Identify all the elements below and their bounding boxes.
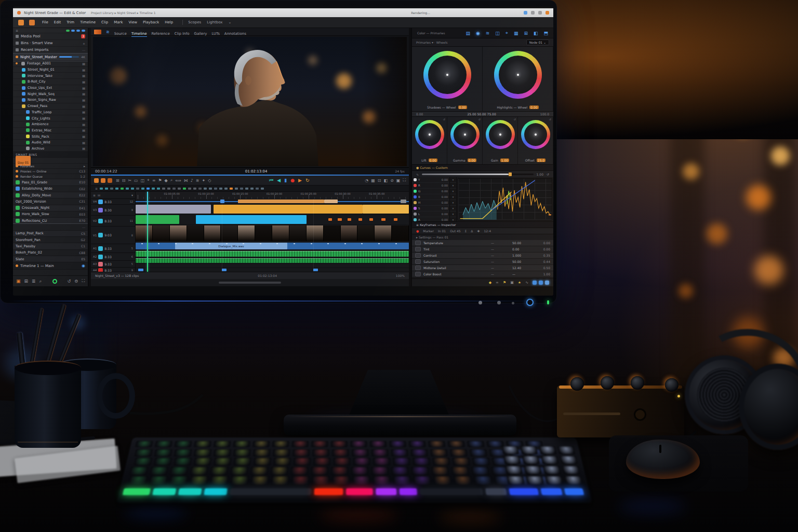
keyboard-light-bar [400, 488, 417, 495]
keyboard-key [332, 449, 349, 457]
pen-cup [15, 366, 81, 448]
keyboard-key [353, 458, 370, 466]
keyboard-key [134, 458, 152, 466]
keyboard-key [253, 449, 271, 457]
keyboard-key [149, 476, 168, 485]
rgb-keyboard [116, 437, 592, 503]
keyboard-key [291, 476, 309, 485]
keyboard-key [233, 458, 251, 466]
keyboard-key [233, 441, 250, 447]
keyboard-key [273, 449, 290, 457]
keyboard-key [331, 441, 348, 447]
numpad-key [562, 466, 580, 474]
keyboard-key [312, 476, 330, 485]
keyboard-key [170, 467, 189, 475]
keyboard-key [486, 441, 504, 447]
keyboard-key [393, 458, 410, 466]
keyboard-key [351, 467, 368, 475]
keyboard-key [214, 441, 231, 447]
keyboard-key [135, 449, 153, 457]
keyboard-key [154, 449, 172, 457]
keyboard-light-bar [152, 488, 176, 495]
numpad-key [502, 446, 519, 454]
keyboard-light-bar [230, 488, 311, 495]
keyboard-key [174, 441, 192, 447]
keyboard-key [311, 441, 328, 447]
keyboard-key [271, 476, 289, 485]
keyboard-key [433, 458, 450, 466]
numpad-key [557, 446, 575, 454]
keyboard-key [350, 441, 367, 447]
keyboard-key [155, 441, 172, 447]
audio-interface-body [557, 385, 684, 437]
gain-knob-2 [601, 376, 614, 390]
numpad-key [560, 456, 578, 464]
keyboard-key [271, 467, 288, 475]
headphone-jack [634, 408, 646, 421]
keyboard-key [210, 467, 228, 475]
keyboard-key [373, 458, 390, 466]
keyboard-light-bar [485, 488, 507, 495]
keyboard-key [450, 449, 468, 457]
keyboard-key [391, 449, 408, 457]
keyboard-key [129, 467, 149, 475]
numpad-key [526, 476, 543, 484]
keyboard-key [373, 476, 391, 485]
keyboard-light-bar [204, 488, 227, 495]
keyboard-key [453, 458, 470, 466]
keyboard-key [471, 467, 489, 475]
numpad-key [543, 466, 561, 474]
keyboard-key [230, 467, 248, 475]
keyboard-key [474, 476, 493, 485]
keyboard-key [252, 441, 270, 447]
mug-handle [97, 373, 135, 419]
keyboard-key [467, 441, 484, 447]
numpad-key [524, 466, 542, 474]
keyboard-key [174, 449, 192, 457]
front-vent [563, 413, 620, 415]
numpad-key [539, 446, 557, 454]
keyboard-key [472, 458, 490, 466]
keyboard-key [128, 476, 148, 485]
keyboard-key [448, 441, 465, 447]
keyboard-key [294, 458, 311, 466]
keyboard-key [393, 476, 411, 485]
keyboard-key [254, 458, 271, 466]
keyboard-key [411, 467, 429, 475]
keyboard-light-bar [509, 488, 539, 495]
keyboard-key [233, 449, 251, 457]
keyboard-light-bar [540, 488, 562, 495]
keyboard-key [430, 449, 447, 457]
numpad-key [507, 476, 525, 484]
keyboard-key [210, 476, 229, 485]
keyboard-light-bar [314, 488, 343, 495]
keyboard-key [154, 458, 172, 466]
keyboard-key [470, 449, 487, 457]
keyboard-light-bar [346, 488, 373, 495]
keyboard-key [313, 458, 330, 466]
keyboard-key [411, 449, 428, 457]
keyboard-key [370, 441, 387, 447]
keyboard-key [194, 441, 211, 447]
keyboard-key [194, 458, 212, 466]
keyboard-light-bar [564, 488, 584, 495]
keyboard-key [454, 476, 472, 485]
keyboard-key [389, 441, 406, 447]
numpad-key [564, 476, 582, 484]
keyboard-key [414, 476, 431, 485]
numpad-key [505, 466, 523, 474]
playhead[interactable] [147, 192, 148, 272]
keyboard-key [312, 449, 329, 457]
keyboard-key [332, 476, 350, 485]
keyboard-key [311, 467, 328, 475]
keyboard-key [231, 476, 249, 485]
mouse-scroll-wheel [659, 445, 661, 453]
numpad-key [521, 446, 538, 454]
keyboard-key [190, 476, 208, 485]
keyboard-key [190, 467, 208, 475]
keyboard-key [428, 441, 445, 447]
pen-cup-rim [15, 361, 81, 375]
keyboard-key [371, 467, 389, 475]
keyboard-light-bar [376, 488, 396, 495]
numpad-key [545, 476, 563, 484]
